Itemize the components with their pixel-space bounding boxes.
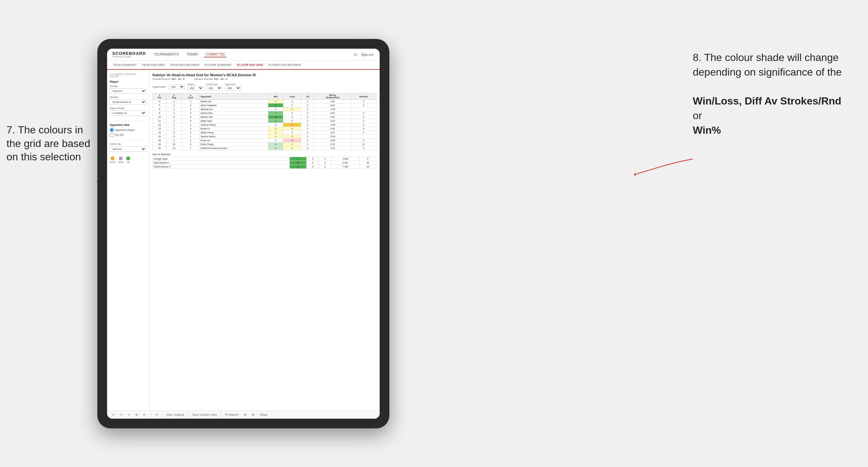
col-win: Win	[268, 93, 283, 100]
out-of-division-header: Out of division	[153, 153, 376, 156]
main-data-table: #Div #Reg #Conf Opponent Win Loss Tie Di…	[153, 93, 376, 150]
annotation-right: 8. The colour shade will change dependin…	[693, 50, 862, 137]
back-btn[interactable]: ↩	[127, 412, 132, 417]
annotation-bold3: Win%	[693, 124, 721, 136]
table-row: 20117 Federica Domecq Lacroze 2 1 0 1.33…	[153, 146, 376, 150]
sidebar-timestamp: Last Updated: 27/03/2024 16:55:38	[110, 73, 146, 77]
table-row: 1822 Euna Lee 0 3 0 -5.00 2	[153, 138, 376, 143]
legend-level: Level	[118, 156, 124, 163]
share-btn[interactable]: Share	[258, 412, 269, 417]
top-nav: SCOREBOARD Powered by clippd TOURNAMENTS…	[107, 49, 380, 61]
legend-down: Down	[110, 156, 116, 163]
legend-dot-level	[119, 156, 123, 160]
filter-group-region: Region (All)	[187, 83, 204, 91]
col-loss: Loss	[283, 93, 301, 100]
subnav-player-summary[interactable]: PLAYER SUMMARY	[204, 62, 232, 68]
table-row: NAIA Division 1 15 0 0 9.267 30	[153, 161, 376, 165]
legend-label-down: Down	[110, 161, 116, 163]
division-select[interactable]: NCAA Division III	[110, 99, 146, 105]
division-record: Division Record: 331 - 34 - 6	[194, 77, 227, 81]
annotation-bold1: Win/Loss,	[693, 95, 742, 107]
filter-group-opponents: (All)	[168, 84, 185, 89]
refresh-btn[interactable]: ↺ ·	[142, 412, 148, 417]
logo-main: SCOREBOARD	[112, 51, 146, 56]
table-row: Foreign Team 1 0 0 4.500 2	[153, 157, 376, 161]
legend-up: Up	[126, 156, 130, 163]
sidebar: Last Updated: 27/03/2024 16:55:38 Player…	[107, 70, 149, 410]
main-content: Last Updated: 27/03/2024 16:55:38 Player…	[107, 70, 380, 410]
timestamp-line2: 16:55:38	[110, 75, 118, 77]
toolbar-divider4	[221, 412, 221, 417]
grid-btn[interactable]: ⊞	[250, 412, 256, 417]
colour-by-label: Colour by	[110, 143, 146, 145]
colour-legend: Down Level Up	[110, 156, 146, 163]
col-tie: Tie	[301, 93, 314, 100]
layout-btn[interactable]: ⊞	[243, 412, 248, 417]
table-row: 1585 Stella Cheng 1 0 0 1.25 4	[153, 131, 376, 135]
legend-dot-down	[111, 156, 115, 160]
subnav-player-h2h-grid[interactable]: PLAYER H2H GRID	[236, 62, 264, 68]
legend-label-up: Up	[127, 161, 129, 163]
annotation-bold2: Diff Av Strokes/Rnd	[745, 95, 841, 107]
col-diff: Diff AvStrokes/Rnd	[314, 93, 351, 100]
toolbar-divider	[151, 412, 151, 417]
tablet-frame: SCOREBOARD Powered by clippd TOURNAMENTS…	[97, 39, 390, 428]
player-rank-label: Player (Rank)	[110, 107, 146, 110]
player-rank-select[interactable]: 8. Katelyn Vo	[110, 110, 146, 116]
filter-group-opponent: Opponent (All)	[225, 83, 241, 91]
grid-records: Overall Record: 353 - 34 - 6 Division Re…	[153, 77, 376, 81]
table-row: 914 Sharon Mun 1 0 0 3.67 3	[153, 111, 376, 115]
region-filter-label: Region	[187, 83, 204, 85]
filter-group-conference: Conference (All)	[206, 83, 222, 91]
overall-record: Overall Record: 353 - 34 - 6	[153, 77, 185, 81]
opponent-view-title: Opponent view	[110, 123, 146, 127]
undo-btn[interactable]: ↩	[111, 412, 116, 417]
table-row: 20106 Emily Chang 4 1 0 0.30 11	[153, 143, 376, 146]
filter-opponents-select[interactable]: (All)	[168, 84, 185, 89]
nav-separator: ℹ |	[354, 53, 357, 57]
subnav-team-h2h-heatmap[interactable]: TEAM H2H HEATMAP	[169, 62, 200, 68]
filter-opponent-select[interactable]: (All)	[225, 86, 241, 91]
col-reg: #Reg	[166, 93, 182, 100]
legend-label-level: Level	[118, 161, 124, 163]
grid-area: Katelyn Vo Head-to-Head Grid for Women's…	[149, 70, 380, 410]
copy-btn[interactable]: ⧉	[134, 412, 139, 417]
logo-sub: Powered by clippd	[112, 56, 146, 58]
table-row: 1063 Andrea York 2 0 0 4.00 4	[153, 115, 376, 119]
nav-teams[interactable]: TEAMS	[185, 52, 199, 57]
filter-region-select[interactable]: (All)	[187, 86, 204, 91]
subnav-player-h2h-heatmap[interactable]: PLAYER H2H HEATMAP	[268, 62, 302, 68]
radio-top100[interactable]: Top 100	[110, 133, 146, 137]
table-row: 1311 Jessica Huang 0 1 0 -3.00 2	[153, 123, 376, 127]
sign-out-link[interactable]: Sign out	[360, 52, 374, 57]
timer-btn[interactable]: ⏱	[154, 412, 159, 417]
subnav-team-summary[interactable]: TEAM SUMMARY	[112, 62, 137, 68]
nav-tournaments[interactable]: TOURNAMENTS	[153, 52, 180, 57]
legend-dot-up	[126, 156, 130, 160]
save-custom-view-btn[interactable]: Save Custom View	[191, 412, 218, 417]
conference-filter-label: Conference	[206, 83, 222, 85]
watch-btn[interactable]: 👁 Watch ▾	[224, 412, 240, 417]
nav-right: ℹ | Sign out	[354, 52, 374, 57]
filter-conference-select[interactable]: (All)	[206, 86, 222, 91]
opponents-filter-label: Opponents:	[153, 85, 166, 88]
sidebar-divider	[110, 120, 146, 121]
colour-by-select[interactable]: Win/loss	[110, 146, 146, 152]
arrow-right-icon	[634, 153, 699, 179]
toolbar-divider3	[188, 412, 188, 417]
redo-btn[interactable]: ↪	[119, 412, 124, 417]
col-conf: #Conf	[182, 93, 199, 100]
table-row: 311 Esther Lee 1 0 1 1.50 4	[153, 100, 376, 103]
radio-opponents-played[interactable]: Opponents Played	[110, 128, 146, 132]
logo: SCOREBOARD Powered by clippd	[112, 51, 146, 58]
nav-links: TOURNAMENTS TEAMS COMMITTEE	[153, 52, 348, 57]
annotation-left-text: 7. The colours in the grid are based on …	[6, 124, 90, 163]
annotation-left: 7. The colours in the grid are based on …	[6, 123, 94, 164]
nav-committee[interactable]: COMMITTEE	[204, 52, 226, 57]
subnav-team-h2h-grid[interactable]: TEAM H2H GRID	[141, 62, 165, 68]
view-original-btn[interactable]: View: Original	[165, 412, 185, 417]
gender-select[interactable]: Women's	[110, 88, 146, 94]
out-of-division-table: Foreign Team 1 0 0 4.500 2 NAIA Division…	[153, 157, 376, 169]
table-row: 522 Alexis Sudjianto 1 0 0 4.00 3	[153, 103, 376, 107]
division-label: Division	[110, 96, 146, 99]
